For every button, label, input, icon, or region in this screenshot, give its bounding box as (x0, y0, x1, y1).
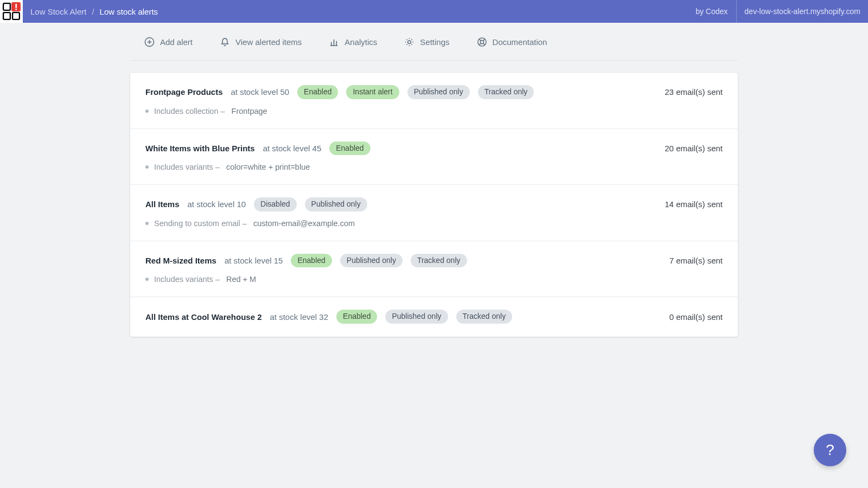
emails-sent: 20 email(s) sent (665, 144, 723, 153)
nav-label: Add alert (160, 37, 193, 47)
bell-icon (220, 37, 230, 47)
low-stock-app-icon (2, 2, 21, 21)
alert-row[interactable]: White Items with Blue Printsat stock lev… (130, 129, 738, 185)
alert-subinfo: Sending to custom email –custom-email@ex… (145, 219, 723, 228)
bullet-icon (145, 278, 149, 281)
page-container: Add alert View alerted items Analytics (130, 23, 738, 337)
alert-row[interactable]: Frontpage Productsat stock level 50Enabl… (130, 73, 738, 129)
svg-rect-0 (3, 12, 10, 20)
chart-icon (329, 37, 339, 47)
emails-sent: 14 email(s) sent (665, 200, 723, 209)
status-badge: Enabled (297, 85, 338, 99)
status-badge: Instant alert (346, 85, 399, 99)
shop-domain-link[interactable]: dev-low-stock-alert.myshopify.com (737, 0, 868, 23)
nav-label: Settings (420, 37, 449, 47)
alert-row-header: All Items at Cool Warehouse 2at stock le… (145, 310, 723, 324)
alert-row-header: All Itemsat stock level 10DisabledPublis… (145, 197, 723, 211)
alert-row-header: White Items with Blue Printsat stock lev… (145, 142, 723, 156)
alerts-list: Frontpage Productsat stock level 50Enabl… (130, 73, 738, 337)
subinfo-label: Includes variants – (154, 163, 220, 171)
stock-level: at stock level 50 (231, 87, 290, 97)
stock-level: at stock level 10 (188, 200, 246, 209)
app-icon[interactable] (0, 0, 23, 23)
alert-subinfo: Includes variants –Red + M (145, 275, 723, 284)
alert-subinfo: Includes collection –Frontpage (145, 107, 723, 115)
breadcrumb: Low Stock Alert / Low stock alerts (30, 7, 158, 16)
bullet-icon (145, 165, 149, 169)
status-badge: Published only (340, 254, 403, 268)
subinfo-label: Includes variants – (154, 275, 220, 284)
status-badge: Disabled (254, 197, 296, 211)
alert-row-header: Red M-sized Itemsat stock level 15Enable… (145, 254, 723, 268)
alert-row[interactable]: All Items at Cool Warehouse 2at stock le… (130, 297, 738, 337)
alert-row[interactable]: Red M-sized Itemsat stock level 15Enable… (130, 241, 738, 297)
status-badge: Tracked only (456, 310, 513, 324)
subinfo-value: Frontpage (232, 107, 267, 115)
status-badge: Enabled (329, 142, 370, 156)
alert-title: Frontpage Products (145, 87, 223, 97)
nav-label: Documentation (493, 37, 547, 47)
emails-sent: 23 email(s) sent (665, 87, 723, 97)
svg-rect-1 (12, 12, 20, 20)
svg-line-17 (483, 43, 484, 45)
alert-subinfo: Includes variants –color=white + print=b… (145, 163, 723, 171)
breadcrumb-root[interactable]: Low Stock Alert (30, 7, 86, 16)
subinfo-value: custom-email@example.com (253, 219, 355, 228)
nav-analytics[interactable]: Analytics (329, 37, 377, 47)
stock-level: at stock level 45 (263, 144, 322, 153)
alert-row-header: Frontpage Productsat stock level 50Enabl… (145, 85, 723, 99)
bullet-icon (145, 222, 149, 225)
breadcrumb-separator: / (92, 7, 94, 16)
nav-label: Analytics (344, 37, 377, 47)
emails-sent: 7 email(s) sent (669, 256, 723, 265)
status-badge: Enabled (291, 254, 331, 268)
lifebuoy-icon (477, 37, 487, 47)
app-author-link[interactable]: by Codex (687, 0, 737, 23)
bullet-icon (145, 110, 149, 113)
svg-line-18 (483, 39, 484, 41)
nav-settings[interactable]: Settings (404, 37, 449, 47)
subinfo-label: Sending to custom email – (154, 219, 247, 228)
svg-point-13 (408, 41, 411, 44)
breadcrumb-current: Low stock alerts (100, 7, 158, 16)
topbar-right: by Codex dev-low-stock-alert.myshopify.c… (687, 0, 868, 23)
status-badge: Enabled (336, 310, 377, 324)
svg-line-16 (479, 39, 481, 41)
svg-rect-2 (3, 3, 10, 10)
main-nav: Add alert View alerted items Analytics (130, 23, 738, 61)
svg-rect-4 (15, 4, 17, 8)
nav-label: View alerted items (235, 37, 302, 47)
svg-rect-5 (15, 9, 17, 10)
nav-add-alert[interactable]: Add alert (144, 37, 193, 47)
alert-title: All Items (145, 200, 180, 209)
nav-documentation[interactable]: Documentation (477, 37, 547, 47)
alert-title: White Items with Blue Prints (145, 144, 255, 153)
emails-sent: 0 email(s) sent (669, 312, 723, 322)
status-badge: Published only (385, 310, 448, 324)
alert-title: All Items at Cool Warehouse 2 (145, 312, 262, 322)
alert-row[interactable]: All Itemsat stock level 10DisabledPublis… (130, 184, 738, 241)
plus-circle-icon (144, 37, 155, 47)
help-button[interactable]: ? (814, 434, 846, 466)
subinfo-value: color=white + print=blue (226, 163, 310, 171)
subinfo-value: Red + M (226, 275, 256, 284)
subinfo-label: Includes collection – (154, 107, 225, 115)
topbar: Low Stock Alert / Low stock alerts by Co… (0, 0, 868, 23)
stock-level: at stock level 32 (270, 312, 329, 322)
alert-title: Red M-sized Items (145, 256, 216, 265)
gear-icon (404, 37, 414, 47)
status-badge: Published only (305, 197, 367, 211)
status-badge: Tracked only (478, 85, 534, 99)
svg-line-19 (479, 43, 481, 45)
status-badge: Published only (407, 85, 470, 99)
stock-level: at stock level 15 (225, 256, 283, 265)
status-badge: Tracked only (411, 254, 467, 268)
nav-view-alerted-items[interactable]: View alerted items (220, 37, 302, 47)
